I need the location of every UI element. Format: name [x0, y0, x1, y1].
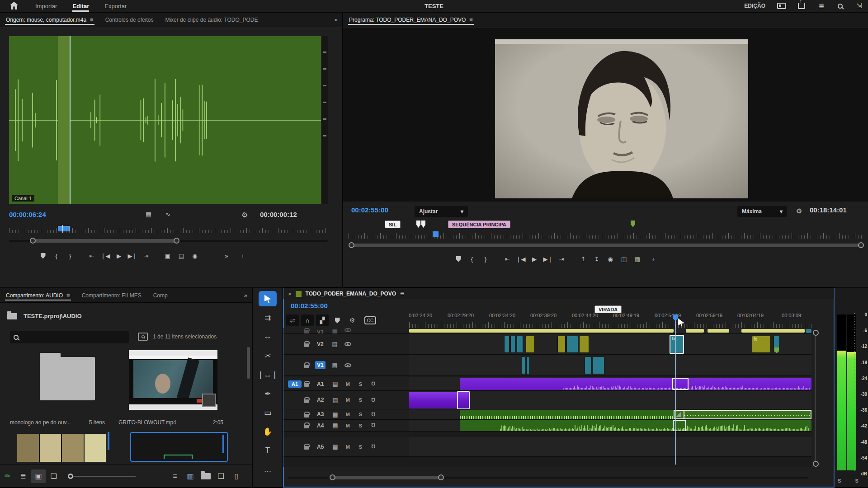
source-zoom-scrollbar[interactable]	[9, 238, 328, 244]
zoom-handle-left[interactable]	[30, 238, 36, 244]
search-icon[interactable]	[838, 4, 843, 9]
mark-in-button[interactable]: {	[50, 250, 63, 262]
waveform-scrollbar[interactable]	[322, 36, 328, 204]
export-frame-button[interactable]: ◉	[604, 253, 617, 265]
menu-exportar[interactable]: Exportar	[104, 0, 127, 12]
hand-tool[interactable]: ✋	[259, 424, 277, 439]
toggle-track-output-eye-icon[interactable]	[344, 342, 351, 346]
add-marker-button[interactable]	[452, 253, 465, 265]
lock-icon[interactable]	[304, 446, 309, 450]
go-to-out-button[interactable]: ⇥	[555, 253, 568, 265]
zoom-handle-right[interactable]	[858, 242, 864, 248]
tab-comp[interactable]: Comp	[147, 288, 174, 302]
track-name-v3[interactable]: V3	[315, 328, 326, 333]
zoom-slider[interactable]	[68, 476, 136, 477]
bin-item-clip-label[interactable]: GRITO-BLOWOUT.mp42:05	[118, 419, 223, 426]
track-content-a3[interactable]	[409, 409, 811, 419]
source-mini-playhead[interactable]	[62, 225, 63, 233]
multicam-button[interactable]: ▦	[631, 253, 644, 265]
zoom-handle-left[interactable]	[330, 474, 335, 480]
program-mini-timeline[interactable]	[349, 230, 864, 239]
timeline-ruler[interactable]: 00:02:24:2000:02:29:2000:02:34:2000:02:3…	[409, 312, 811, 328]
workspaces-icon[interactable]	[777, 3, 786, 9]
program-mini-playhead[interactable]	[433, 231, 439, 237]
vscroll-handle-top[interactable]	[813, 330, 819, 336]
bin-item-clip-thumbnail[interactable]	[129, 350, 217, 410]
audio-waveform-button[interactable]: ∿	[165, 211, 170, 218]
mute-button[interactable]: M	[344, 381, 351, 387]
source-patch-a1[interactable]: A1	[288, 380, 302, 388]
clip-v3[interactable]	[741, 329, 805, 333]
icon-view-button[interactable]: ▣	[31, 469, 46, 483]
solo-button[interactable]: S	[357, 412, 363, 417]
source-mini-timeline[interactable]	[9, 225, 328, 233]
captions-button[interactable]: CC	[364, 316, 376, 324]
lock-icon[interactable]	[304, 414, 309, 418]
sync-lock-icon[interactable]: ▤	[332, 422, 338, 429]
lock-icon[interactable]	[304, 330, 309, 333]
automate-to-sequence-button[interactable]: ▥	[183, 469, 198, 483]
lock-icon[interactable]	[304, 365, 309, 368]
export-frame-button[interactable]: ◉	[188, 250, 202, 262]
clip-video[interactable]	[504, 336, 509, 353]
timeline-vertical-scrollbar[interactable]	[815, 333, 816, 465]
close-icon[interactable]: ×	[288, 291, 292, 297]
clip-v3[interactable]	[806, 329, 811, 333]
razor-tool[interactable]: ✂	[259, 348, 277, 363]
timeline-settings-button[interactable]: ⚙	[346, 314, 359, 326]
zoom-handle-right[interactable]	[174, 238, 179, 244]
lock-icon[interactable]	[304, 399, 309, 403]
pen-tool[interactable]: ✒	[259, 386, 277, 401]
rectangle-tool[interactable]: ▭	[259, 405, 277, 420]
meter-solo-buttons[interactable]: S S	[838, 478, 865, 483]
bin-item-selected-partial[interactable]	[130, 432, 228, 462]
source-waveform-playhead[interactable]	[70, 36, 71, 204]
source-settings-wrench-icon[interactable]: ⚙	[241, 211, 248, 219]
track-name-a1[interactable]: A1	[315, 380, 326, 388]
voiceover-record-mic-icon[interactable]: ℧	[370, 444, 376, 450]
track-content-a5[interactable]	[409, 437, 811, 456]
sort-icons-button[interactable]: ≡	[167, 469, 183, 483]
selection-tool[interactable]	[259, 291, 277, 306]
panel-menu-icon[interactable]: ≡	[469, 16, 473, 23]
ripple-edit-tool[interactable]: ↔	[259, 329, 277, 344]
clip-video[interactable]	[557, 336, 566, 353]
program-zoom-scrollbar[interactable]	[349, 242, 864, 249]
bin-item-folder-label[interactable]: monologo ao pe do ouv...5 itens	[10, 419, 105, 426]
tab-compartimento[interactable]: Compartimento: FILMES	[76, 288, 147, 302]
panel-menu-icon[interactable]: ≡	[400, 290, 404, 298]
quality-dropdown[interactable]: Máxima▾	[737, 206, 787, 217]
mute-button[interactable]: M	[344, 412, 351, 417]
comparison-view-button[interactable]: ◫	[617, 253, 631, 265]
new-item-button[interactable]: ❑	[213, 469, 229, 483]
fit-dropdown[interactable]: Ajustar▾	[415, 206, 468, 217]
add-button[interactable]: +	[236, 250, 250, 262]
solo-button[interactable]: S	[357, 397, 363, 403]
clip-v3[interactable]	[409, 329, 674, 333]
tab-compartimento[interactable]: Compartimento: AUDIO≡	[0, 288, 76, 302]
clip-video[interactable]	[579, 336, 589, 353]
track-name-v2[interactable]: V2	[315, 340, 326, 348]
mute-button[interactable]: M	[344, 397, 351, 403]
menu-editar[interactable]: Editar	[72, 0, 89, 12]
program-monitor[interactable]	[343, 28, 868, 202]
marker-sil[interactable]: SIL	[385, 221, 401, 228]
go-to-in-button[interactable]: ⇤	[85, 250, 99, 262]
track-content-a2[interactable]	[409, 391, 811, 409]
sync-lock-icon[interactable]: ▤	[332, 362, 338, 369]
step-back-button[interactable]: ❘◀	[514, 253, 528, 265]
find-icon[interactable]	[138, 333, 148, 341]
type-tool[interactable]: T	[259, 443, 277, 458]
sync-lock-icon[interactable]: ▤	[332, 411, 338, 418]
vscroll-handle-bottom[interactable]	[813, 461, 819, 467]
delete-button[interactable]: ▯	[229, 469, 244, 483]
overwrite-button[interactable]: ▤	[175, 250, 188, 262]
tab-origem[interactable]: Origem: mouse, computador.m4a≡	[0, 13, 99, 27]
insert-button[interactable]: ▣	[161, 250, 175, 262]
track-name-a4[interactable]: A4	[315, 422, 326, 430]
mark-in-button[interactable]: {	[465, 253, 479, 265]
panel-menu-icon[interactable]: ≡	[66, 292, 70, 299]
marker-double[interactable]	[416, 221, 426, 228]
mute-button[interactable]: M	[344, 423, 351, 428]
insert-overwrite-nest-button[interactable]: ⇌	[286, 314, 299, 326]
